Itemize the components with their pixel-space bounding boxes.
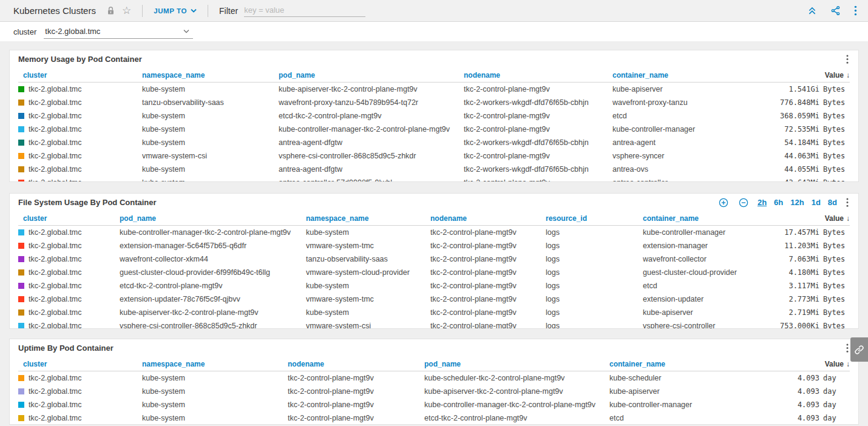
lock-icon bbox=[107, 6, 115, 15]
filter-input[interactable] bbox=[244, 4, 365, 17]
table-row[interactable]: tkc-2.global.tmckube-systemetcd-tkc-2-co… bbox=[18, 109, 850, 123]
cell-nodename: tkc-2-control-plane-mgt9v bbox=[464, 178, 612, 182]
table-row[interactable]: tkc-2.global.tmckube-systemkube-controll… bbox=[18, 123, 850, 136]
cell-cluster: tkc-2.global.tmc bbox=[18, 178, 142, 182]
cell-value: 4.093day bbox=[747, 414, 850, 422]
cell-pod_name: kube-scheduler-tkc-2-control-plane-mgt9v bbox=[424, 374, 609, 382]
cell-value: 4.093day bbox=[747, 374, 850, 382]
cell-namespace_name: vmware-system-tmc bbox=[306, 295, 430, 303]
cell-nodename: tkc-2-workers-wkgdf-dfd76f65b-cbhjn bbox=[464, 165, 612, 174]
table-row[interactable]: tkc-2.global.tmckube-systemtkc-2-control… bbox=[18, 411, 850, 425]
time-preset-6h[interactable]: 6h bbox=[774, 198, 783, 207]
column-header-container_name[interactable]: container_name bbox=[609, 360, 747, 368]
column-header-container_name[interactable]: container_name bbox=[612, 71, 747, 79]
cell-nodename: tkc-2-workers-wkgdf-dfd76f65b-cbhjn bbox=[464, 98, 612, 107]
share-button[interactable] bbox=[830, 5, 841, 16]
series-color-swatch bbox=[18, 113, 24, 119]
cell-nodename: tkc-2-control-plane-mgt9v bbox=[288, 374, 424, 382]
column-header-resource_id[interactable]: resource_id bbox=[546, 214, 643, 223]
table-row[interactable]: tkc-2.global.tmckube-systemtkc-2-control… bbox=[18, 371, 850, 385]
column-header-value[interactable]: Value↓ bbox=[747, 71, 850, 79]
get-link-tab[interactable] bbox=[850, 337, 868, 362]
column-header-namespace_name[interactable]: namespace_name bbox=[142, 71, 279, 79]
toolbar-actions bbox=[807, 5, 860, 16]
favorite-star-icon[interactable]: ☆ bbox=[122, 5, 131, 16]
column-header-cluster[interactable]: cluster bbox=[18, 71, 142, 79]
cell-container_name: kube-apiserver bbox=[609, 387, 747, 396]
table-row[interactable]: tkc-2.global.tmckube-systemantrea-contro… bbox=[18, 176, 850, 182]
cell-namespace_name: kube-system bbox=[142, 387, 288, 396]
card-title: Memory Usage by Pod Container bbox=[18, 55, 142, 64]
table-row[interactable]: tkc-2.global.tmckube-systemtkc-2-control… bbox=[18, 398, 850, 411]
circled-minus-icon bbox=[739, 198, 748, 208]
column-header-nodename[interactable]: nodename bbox=[288, 360, 424, 368]
series-color-swatch bbox=[18, 229, 24, 235]
cell-container_name: kube-controller-manager bbox=[612, 125, 747, 134]
cell-resource_id: logs bbox=[546, 282, 643, 290]
column-header-pod_name[interactable]: pod_name bbox=[279, 71, 464, 79]
cell-nodename: tkc-2-control-plane-mgt9v bbox=[464, 152, 612, 160]
card-kebab-menu[interactable] bbox=[845, 55, 850, 64]
table-row[interactable]: tkc-2.global.tmcwavefront-collector-xkm4… bbox=[18, 252, 850, 266]
column-header-container_name[interactable]: container_name bbox=[643, 214, 747, 223]
column-header-cluster[interactable]: cluster bbox=[18, 360, 142, 368]
time-preset-12h[interactable]: 12h bbox=[790, 198, 804, 207]
cell-cluster: tkc-2.global.tmc bbox=[18, 322, 120, 329]
column-header-namespace_name[interactable]: namespace_name bbox=[306, 214, 430, 223]
column-header-pod_name[interactable]: pod_name bbox=[424, 360, 609, 368]
table-row[interactable]: tkc-2.global.tmcguest-cluster-cloud-prov… bbox=[18, 266, 850, 279]
cell-cluster: tkc-2.global.tmc bbox=[18, 98, 142, 107]
toolbar-kebab-menu[interactable] bbox=[854, 5, 857, 16]
time-preset-2h[interactable]: 2h bbox=[758, 198, 767, 207]
column-header-nodename[interactable]: nodename bbox=[430, 214, 546, 223]
cell-nodename: tkc-2-control-plane-mgt9v bbox=[430, 308, 546, 317]
jump-to-menu[interactable]: JUMP TO bbox=[154, 7, 197, 15]
card-kebab-menu[interactable] bbox=[845, 198, 850, 207]
table-row[interactable]: tkc-2.global.tmckube-controller-manager-… bbox=[18, 226, 850, 239]
table-row[interactable]: tkc-2.global.tmcextension-manager-5c64f5… bbox=[18, 239, 850, 252]
cluster-select[interactable]: tkc-2.global.tmc bbox=[44, 25, 193, 39]
cell-container_name: kube-controller-manager bbox=[643, 228, 747, 237]
column-header-namespace_name[interactable]: namespace_name bbox=[142, 360, 288, 368]
column-header-cluster[interactable]: cluster bbox=[18, 214, 120, 223]
cell-namespace_name: vmware-system-cloud-provider bbox=[306, 268, 430, 277]
collapse-all-button[interactable] bbox=[807, 6, 817, 15]
cell-pod_name: wavefront-collector-xkm44 bbox=[120, 255, 306, 263]
table-row[interactable]: tkc-2.global.tmckube-systemkube-apiserve… bbox=[18, 83, 850, 96]
series-color-swatch bbox=[18, 180, 24, 182]
card-header: File System Usage By Pod Container 2h6h1… bbox=[18, 194, 850, 211]
cell-nodename: tkc-2-workers-wkgdf-dfd76f65b-cbhjn bbox=[464, 138, 612, 147]
table-row[interactable]: tkc-2.global.tmckube-systemtkc-2-control… bbox=[18, 385, 850, 398]
table-row[interactable]: tkc-2.global.tmcetcd-tkc-2-control-plane… bbox=[18, 279, 850, 292]
table-row[interactable]: tkc-2.global.tmcvsphere-csi-controller-8… bbox=[18, 319, 850, 329]
zoom-in-button[interactable] bbox=[717, 198, 730, 208]
cell-cluster: tkc-2.global.tmc bbox=[18, 308, 120, 317]
cell-cluster: tkc-2.global.tmc bbox=[18, 401, 142, 409]
cell-cluster: tkc-2.global.tmc bbox=[18, 387, 142, 396]
zoom-out-button[interactable] bbox=[737, 198, 750, 208]
table-row[interactable]: tkc-2.global.tmckube-systemantrea-agent-… bbox=[18, 163, 850, 176]
cell-pod_name: extension-updater-78c76f5c9f-qjbvv bbox=[120, 295, 306, 303]
table-row[interactable]: tkc-2.global.tmcextension-updater-78c76f… bbox=[18, 292, 850, 306]
cell-cluster: tkc-2.global.tmc bbox=[18, 112, 142, 120]
time-preset-8d[interactable]: 8d bbox=[828, 198, 837, 207]
table-row[interactable]: tkc-2.global.tmcvmware-system-csivsphere… bbox=[18, 149, 850, 163]
table-row[interactable]: tkc-2.global.tmckube-systemantrea-agent-… bbox=[18, 136, 850, 149]
cell-cluster: tkc-2.global.tmc bbox=[18, 152, 142, 160]
card-kebab-menu[interactable] bbox=[845, 343, 850, 353]
table-row[interactable]: tkc-2.global.tmctanzu-observability-saas… bbox=[18, 96, 850, 109]
table-header-row: clusterpod_namenamespace_namenodenameres… bbox=[18, 211, 850, 226]
chevron-down-icon bbox=[183, 29, 189, 33]
cell-namespace_name: kube-system bbox=[142, 125, 279, 134]
time-preset-1d[interactable]: 1d bbox=[812, 198, 821, 207]
table-header-row: clusternamespace_namenodenamepod_namecon… bbox=[18, 357, 850, 371]
column-header-nodename[interactable]: nodename bbox=[464, 71, 612, 79]
column-header-value[interactable]: Value↓ bbox=[747, 214, 850, 223]
column-header-pod_name[interactable]: pod_name bbox=[120, 214, 306, 223]
series-color-swatch bbox=[18, 100, 24, 106]
cell-nodename: tkc-2-control-plane-mgt9v bbox=[464, 85, 612, 93]
cell-value: 44.063MiBytes bbox=[747, 152, 850, 160]
table-row[interactable]: tkc-2.global.tmckube-apiserver-tkc-2-con… bbox=[18, 306, 850, 319]
column-header-value[interactable]: Value↓ bbox=[747, 360, 850, 368]
cell-nodename: tkc-2-control-plane-mgt9v bbox=[430, 295, 546, 303]
